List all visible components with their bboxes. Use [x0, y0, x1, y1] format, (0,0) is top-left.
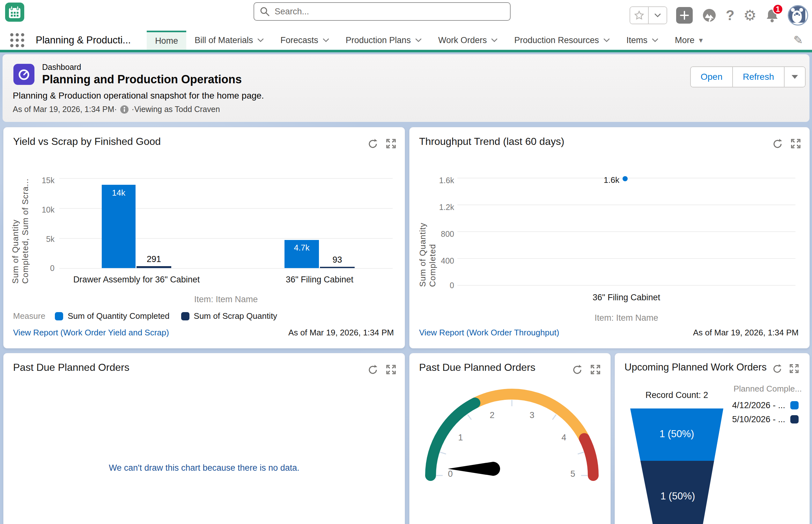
chevron-down-icon	[415, 38, 422, 42]
org-logo[interactable]	[5, 3, 24, 22]
no-data-message: We can't draw this chart because there i…	[3, 463, 405, 473]
refresh-button[interactable]: Refresh	[732, 67, 784, 87]
global-search[interactable]	[254, 2, 511, 21]
tab-label: Production Plans	[346, 35, 411, 45]
x-category-label: 36" Filing Cabinet	[240, 275, 399, 285]
bar-value-label: 4.7k	[285, 243, 319, 253]
gauge-band-green	[430, 403, 475, 475]
x-category-label: 36" Filing Cabinet	[457, 293, 795, 302]
view-report-link[interactable]: View Report (Work Order Throughput)	[419, 328, 559, 338]
y-tick: 0	[32, 264, 54, 273]
bar-scrap-drawer-assembly	[136, 266, 171, 268]
widget-title: Yield vs Scrap by Finished Good	[13, 136, 161, 147]
dashboard-icon	[13, 64, 34, 85]
gridline	[457, 285, 795, 285]
tab-home[interactable]: Home	[147, 31, 186, 50]
widget-refresh-button[interactable]	[772, 138, 783, 151]
x-axis-title: Item: Item Name	[457, 313, 795, 323]
widget-throughput-trend: Throughput Trend (last 60 days) Sum of Q…	[409, 127, 810, 348]
widget-past-due-gauge: Past Due Planned Orders	[409, 353, 611, 524]
caret-down-icon	[791, 75, 799, 80]
trailhead-button[interactable]	[701, 8, 717, 22]
widget-refresh-button[interactable]	[367, 364, 378, 377]
gauge-tick-label: 2	[490, 410, 494, 420]
bar-scrap-filing-cabinet	[320, 267, 355, 268]
chevron-down-icon	[654, 13, 661, 18]
favorite-star-button[interactable]	[630, 7, 648, 23]
tab-items[interactable]: Items	[618, 31, 666, 50]
caret-down-icon: ▾	[699, 36, 703, 45]
view-report-link[interactable]: View Report (Work Order Yield and Scrap)	[13, 328, 169, 338]
widget-yield-vs-scrap: Yield vs Scrap by Finished Good Sum of Q…	[3, 127, 405, 348]
global-actions-button[interactable]	[676, 7, 693, 23]
legend-title: Measure	[13, 311, 45, 321]
trailhead-icon	[701, 8, 717, 22]
open-button[interactable]: Open	[691, 67, 732, 87]
gauge-chart	[409, 353, 610, 524]
chart-legend: Measure Sum of Quantity Completed Sum of…	[13, 311, 277, 321]
notifications-button[interactable]: 1	[765, 8, 779, 22]
gauge-tick-label: 1	[458, 433, 463, 443]
tab-production-resources[interactable]: Production Resources	[506, 31, 618, 50]
y-tick: 1.2k	[429, 203, 454, 212]
gauge-tick-label: 4	[561, 433, 566, 443]
info-icon[interactable]	[120, 105, 129, 114]
data-point	[623, 176, 628, 181]
y-tick: 0	[429, 281, 454, 290]
user-avatar[interactable]	[788, 5, 808, 26]
edit-navigation-button[interactable]: ✎	[794, 33, 803, 47]
setup-button[interactable]: ⚙	[743, 7, 757, 24]
legend-label: Sum of Scrap Quantity	[194, 311, 277, 321]
tab-label: More	[675, 35, 695, 45]
widget-expand-button[interactable]	[386, 364, 396, 376]
x-category-label: Drawer Assembly for 36" Cabinet	[57, 275, 216, 285]
tab-label: Production Resources	[514, 35, 599, 45]
favorites-dropdown-button[interactable]	[648, 7, 666, 23]
widget-upcoming-work-orders: Upcoming Planned Work Orders Record Coun…	[614, 353, 810, 524]
dashboard-actions: Open Refresh	[690, 66, 806, 87]
avatar-icon	[789, 6, 805, 23]
gridline	[59, 178, 393, 179]
widget-expand-button[interactable]	[386, 138, 396, 150]
page-title: Planning and Production Operations	[42, 73, 242, 86]
viewing-as-text: ·Viewing as Todd Craven	[132, 105, 220, 114]
widget-refresh-button[interactable]	[367, 138, 378, 151]
widget-as-of: As of Mar 19, 2026, 1:34 PM	[693, 328, 799, 338]
more-actions-button[interactable]	[784, 67, 805, 87]
tab-label: Home	[155, 36, 178, 46]
widget-expand-button[interactable]	[790, 138, 801, 150]
y-tick: 15k	[32, 176, 54, 185]
y-axis-title: Sum of Quantity Completed, Sum of Scra..…	[11, 175, 30, 284]
as-of-text: As of Mar 19, 2026, 1:34 PM·	[13, 105, 117, 114]
tab-more[interactable]: More ▾	[666, 31, 711, 50]
expand-icon	[386, 364, 396, 375]
y-tick: 400	[429, 256, 454, 265]
dashboard-page: ? ⚙ 1	[0, 0, 812, 524]
dashboard-description: Planning & Production operational snapsh…	[13, 91, 264, 101]
tab-forecasts[interactable]: Forecasts	[272, 31, 337, 50]
gridline	[457, 204, 795, 205]
search-input[interactable]	[274, 6, 504, 17]
expand-icon	[790, 138, 801, 149]
chevron-down-icon	[604, 38, 610, 42]
as-of-line: As of Mar 19, 2026, 1:34 PM· ·Viewing as…	[13, 105, 220, 114]
funnel-segment-label: 1 (50%)	[660, 491, 695, 502]
favorites-group	[629, 6, 667, 24]
y-tick: 1.6k	[429, 176, 454, 185]
gridline	[59, 268, 393, 269]
bar-value-label: 14k	[102, 188, 136, 198]
gauge-tick-label: 5	[570, 469, 575, 479]
app-navigation: Planning & Producti... Home Bill of Mate…	[0, 31, 812, 50]
gridline	[457, 231, 795, 232]
help-button[interactable]: ?	[726, 7, 734, 23]
tab-work-orders[interactable]: Work Orders	[430, 31, 506, 50]
search-icon	[260, 7, 270, 16]
expand-icon	[386, 138, 396, 149]
app-name[interactable]: Planning & Producti...	[36, 34, 131, 46]
tab-bill-of-materials[interactable]: Bill of Materials	[186, 31, 272, 50]
legend-chip-completed	[55, 312, 63, 321]
widget-past-due-empty: Past Due Planned Orders We can't draw th…	[3, 353, 405, 524]
global-header: ? ⚙ 1	[0, 0, 812, 31]
tab-production-plans[interactable]: Production Plans	[337, 31, 430, 50]
app-launcher-button[interactable]	[10, 33, 24, 47]
